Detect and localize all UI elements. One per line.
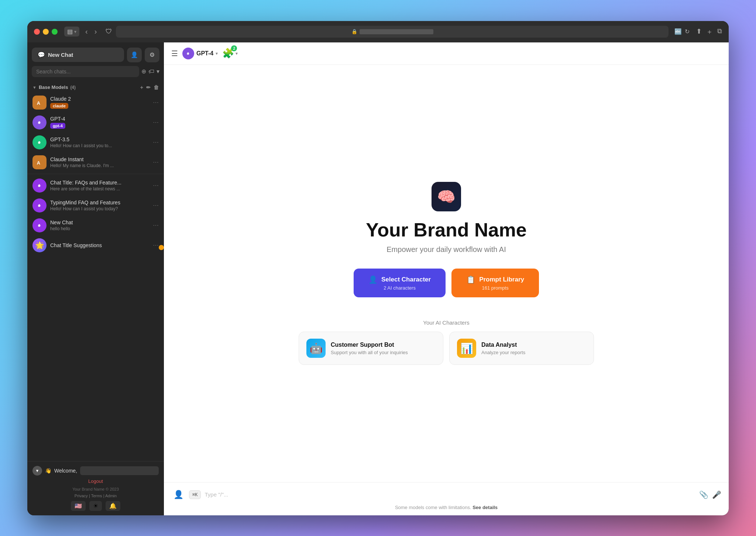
notification-button[interactable]: 🔔 bbox=[106, 501, 120, 511]
sidebar-toggle[interactable]: ▤ ▾ bbox=[64, 27, 79, 37]
characters-section: Your AI Characters 🤖 Customer Support Bo… bbox=[299, 319, 594, 365]
brand-subtitle: Empower your daily workflow with AI bbox=[386, 245, 506, 254]
claude-instant-more-icon[interactable]: ⋯ bbox=[153, 159, 159, 166]
attach-button[interactable]: 📎 bbox=[699, 490, 708, 499]
prompt-lib-title: Prompt Library bbox=[479, 276, 524, 283]
language-flag-button[interactable]: 🇺🇸 bbox=[71, 501, 86, 511]
claude2-name: Claude 2 bbox=[50, 96, 149, 102]
chat-item-newchat[interactable]: New Chat hello hello ⋯ bbox=[27, 215, 164, 235]
paperclip-icon: 📎 bbox=[699, 491, 708, 499]
input-row: 👤 ⌘K 📎 🎤 bbox=[171, 488, 721, 502]
chat-faqs-info: Chat Title: FAQs and Feature... Here are… bbox=[50, 180, 149, 191]
claude2-avatar: A bbox=[32, 96, 47, 110]
notification-dot bbox=[159, 245, 164, 250]
terms-link[interactable]: Terms bbox=[91, 494, 102, 498]
model-item-gpt35[interactable]: GPT-3.5 Hello! How can I assist you to..… bbox=[27, 132, 164, 152]
url-bar-content bbox=[360, 29, 433, 34]
chat-faqs-more-icon[interactable]: ⋯ bbox=[153, 182, 159, 189]
tag-button[interactable]: 🏷 bbox=[148, 68, 154, 75]
address-bar[interactable]: 🔒 bbox=[116, 26, 669, 38]
claude2-more-icon[interactable]: ⋯ bbox=[153, 99, 159, 106]
welcome-area: 🧠 Your Brand Name Empower your daily wor… bbox=[164, 65, 729, 482]
lock-icon: 🔒 bbox=[351, 29, 357, 34]
prompt-lib-inner: 📋 Prompt Library bbox=[466, 275, 524, 284]
search-input[interactable] bbox=[32, 66, 139, 77]
prompt-library-button[interactable]: 📋 Prompt Library 161 prompts bbox=[451, 269, 539, 297]
model-item-claude-instant[interactable]: A Claude Instant Hello! My name is Claud… bbox=[27, 152, 164, 172]
select-char-sub: 2 AI characters bbox=[384, 285, 416, 291]
voice-mode-button[interactable]: 👤 bbox=[171, 488, 185, 502]
delete-model-icon[interactable]: 🗑 bbox=[154, 84, 159, 90]
claude2-badge: claude bbox=[50, 103, 68, 109]
gpt4-info: GPT-4 gpt-4 bbox=[50, 116, 149, 129]
character-card-support[interactable]: 🤖 Customer Support Bot Support you with … bbox=[299, 332, 443, 365]
main-panel: ☰ GPT-4 ▾ 🧩 2 ▾ bbox=[164, 42, 729, 515]
see-details-link[interactable]: See details bbox=[472, 505, 498, 510]
hamburger-icon[interactable]: ☰ bbox=[171, 49, 178, 58]
gpt4-more-icon[interactable]: ⋯ bbox=[153, 119, 159, 126]
gpt4-badge: gpt-4 bbox=[50, 123, 65, 129]
admin-link[interactable]: Admin bbox=[105, 494, 117, 498]
claude2-info: Claude 2 claude bbox=[50, 96, 149, 109]
model-selector[interactable]: GPT-4 ▾ bbox=[182, 48, 218, 59]
chat-item-title-suggestions[interactable]: 🌟 Chat Title Suggestions ⋯ bbox=[27, 235, 164, 255]
theme-toggle-button[interactable]: ☀ bbox=[89, 501, 102, 511]
limitation-text: Some models come with limitations. bbox=[395, 505, 471, 510]
forward-button[interactable]: › bbox=[92, 27, 99, 37]
gpt4-name: GPT-4 bbox=[50, 116, 149, 122]
add-model-icon[interactable]: + bbox=[140, 84, 143, 90]
characters-grid: 🤖 Customer Support Bot Support you with … bbox=[299, 332, 594, 365]
title-bar: ▤ ▾ ‹ › 🛡 🔒 🔤 ↻ ⬆ ＋ ⧉ bbox=[27, 21, 729, 42]
tabs-icon[interactable]: ⧉ bbox=[717, 27, 722, 36]
welcome-chevron-icon[interactable]: ▼ bbox=[32, 466, 42, 476]
close-button[interactable] bbox=[34, 29, 40, 35]
chat-title-suggestions-more-icon[interactable]: ⋯ bbox=[153, 242, 159, 249]
minimize-button[interactable] bbox=[43, 29, 49, 35]
dropdown-arrow: ▾ bbox=[74, 29, 76, 34]
analyst-info: Data Analyst Analyze your reports bbox=[481, 342, 525, 355]
model-item-claude2[interactable]: A Claude 2 claude ⋯ bbox=[27, 93, 164, 113]
refresh-icon[interactable]: ↻ bbox=[685, 28, 690, 35]
share-icon[interactable]: ⬆ bbox=[696, 27, 702, 36]
chat-faqs-name: Chat Title: FAQs and Feature... bbox=[50, 180, 149, 186]
profile-icon: 👤 bbox=[131, 51, 138, 58]
logout-button[interactable]: Logout bbox=[88, 478, 103, 484]
new-chat-button[interactable]: 💬 New Chat bbox=[32, 48, 124, 62]
chat-newchat-subtitle: hello hello bbox=[50, 226, 149, 231]
base-models-section: ▼ Base Models (4) + ✏ 🗑 bbox=[27, 82, 164, 93]
plugin-button[interactable]: 🧩 2 ▾ bbox=[222, 48, 238, 59]
microphone-button[interactable]: 🎤 bbox=[712, 490, 721, 499]
chat-title-suggestions-avatar: 🌟 bbox=[32, 238, 47, 252]
chat-title-suggestions-info: Chat Title Suggestions bbox=[50, 242, 149, 248]
sort-button[interactable]: ▾ bbox=[157, 68, 159, 75]
collapse-icon[interactable]: ▼ bbox=[32, 85, 37, 90]
chat-input[interactable] bbox=[205, 491, 695, 498]
sidebar: 💬 New Chat 👤 ⚙ ⊕ 🏷 ▾ bbox=[27, 42, 164, 515]
chat-item-faqs[interactable]: Chat Title: FAQs and Feature... Here are… bbox=[27, 176, 164, 196]
select-character-button[interactable]: 👤 Select Character 2 AI characters bbox=[354, 269, 446, 297]
profile-button[interactable]: 👤 bbox=[127, 48, 142, 62]
maximize-button[interactable] bbox=[52, 29, 58, 35]
app-body: 💬 New Chat 👤 ⚙ ⊕ 🏷 ▾ bbox=[27, 42, 729, 515]
add-chat-button[interactable]: ⊕ bbox=[141, 68, 146, 75]
chat-newchat-more-icon[interactable]: ⋯ bbox=[153, 222, 159, 229]
privacy-link[interactable]: Privacy bbox=[75, 494, 88, 498]
new-tab-icon[interactable]: ＋ bbox=[706, 27, 713, 36]
model-chevron-icon: ▾ bbox=[216, 51, 218, 56]
model-icon bbox=[182, 48, 194, 59]
chat-item-typingmind[interactable]: TypingMind FAQ and Features Hello! How c… bbox=[27, 196, 164, 215]
edit-model-icon[interactable]: ✏ bbox=[146, 84, 151, 90]
back-button[interactable]: ‹ bbox=[83, 27, 90, 37]
chat-title-suggestions-name: Chat Title Suggestions bbox=[50, 242, 149, 248]
character-card-analyst[interactable]: 📊 Data Analyst Analyze your reports bbox=[449, 332, 594, 365]
model-item-gpt4[interactable]: GPT-4 gpt-4 ⋯ bbox=[27, 113, 164, 132]
claude-instant-avatar: A bbox=[32, 155, 47, 169]
chat-typingmind-more-icon[interactable]: ⋯ bbox=[153, 202, 159, 209]
analyst-name: Data Analyst bbox=[481, 342, 525, 348]
gpt35-more-icon[interactable]: ⋯ bbox=[153, 139, 159, 146]
support-avatar: 🤖 bbox=[306, 339, 326, 358]
chat-faqs-subtitle: Here are some of the latest news ... bbox=[50, 186, 149, 191]
settings-button[interactable]: ⚙ bbox=[145, 48, 159, 62]
analyst-avatar: 📊 bbox=[457, 339, 476, 358]
section-label: Base Models bbox=[39, 84, 68, 90]
